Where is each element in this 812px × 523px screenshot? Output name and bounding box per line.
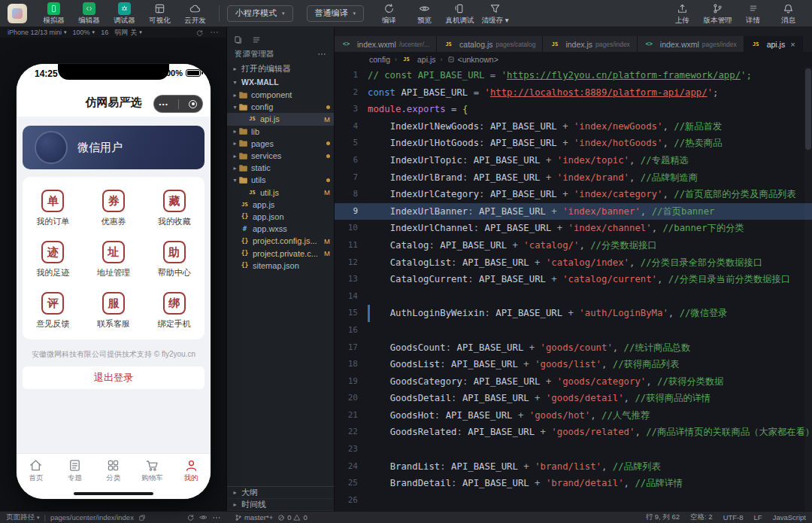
editor-tab-api.js[interactable]: JSapi.js× <box>744 36 803 52</box>
code-line-14[interactable]: 14 <box>335 288 812 306</box>
wechat-capsule[interactable]: ••• <box>153 95 203 113</box>
tree-item-app.js[interactable]: JSapp.js <box>227 199 334 211</box>
details-button[interactable]: 详情 <box>737 2 769 26</box>
tree-item-project.private.c...[interactable]: {}project.private.c...M <box>227 247 334 259</box>
code-line-12[interactable]: 12 CatalogList: API_BASE_URL + 'catalog/… <box>335 254 812 272</box>
tree-item-lib[interactable]: ▸lib <box>227 126 334 138</box>
code-line-5[interactable]: 5 IndexUrlHotGoods: API_BASE_URL + 'inde… <box>335 135 812 152</box>
menu-item-我的订单[interactable]: 单我的订单 <box>23 183 83 234</box>
encoding-setting[interactable]: UTF-8 <box>723 513 744 521</box>
cloud-dev-button[interactable]: 云开发 <box>179 2 211 26</box>
zoom-selector[interactable]: 100% ▾ <box>73 29 95 36</box>
phone-tab-mine[interactable]: 我的 <box>171 454 211 488</box>
code-line-15[interactable]: 15 AuthLoginByWeixin: API_BASE_URL + 'au… <box>335 305 812 322</box>
tree-item-sitemap.json[interactable]: {}sitemap.json <box>227 260 334 272</box>
code-editor[interactable]: 1// const API_BASE_URL = 'https://fly2yo… <box>335 67 812 511</box>
visualization-button[interactable]: 可视化 <box>144 2 176 26</box>
debugger-button[interactable]: 调试器 <box>108 2 141 26</box>
editor-tab-index.wxml[interactable]: <>index.wxmlpages/index <box>638 36 744 52</box>
menu-item-我的足迹[interactable]: 迹我的足迹 <box>23 234 83 285</box>
problems-indicator[interactable]: 0 0 <box>277 513 308 521</box>
editor-tab-catalog.js[interactable]: JScatalog.jspages/catalog <box>437 36 543 52</box>
editor-tab-index.wxml[interactable]: <>index.wxml/ucenter/... <box>335 36 437 52</box>
code-line-2[interactable]: 2const API_BASE_URL = 'http://localhost:… <box>335 84 812 102</box>
clear-cache-button[interactable]: 清缓存 ▾ <box>479 2 511 26</box>
editor-tab-index.js[interactable]: JSindex.jspages/index <box>543 36 637 52</box>
code-line-4[interactable]: 4 IndexUrlNewGoods: API_BASE_URL + 'inde… <box>335 118 812 135</box>
breadcrumb-item[interactable]: JSapi.js <box>401 55 436 65</box>
code-line-17[interactable]: 17 GoodsCount: API_BASE_URL + 'goods/cou… <box>335 339 812 357</box>
real-device-debug-button[interactable]: 真机调试 <box>444 2 476 26</box>
more-actions-icon[interactable] <box>317 50 326 59</box>
phone-tab-category[interactable]: 分类 <box>94 454 133 488</box>
tree-item-component[interactable]: ▸component <box>227 89 334 101</box>
version-manage-button[interactable]: 版本管理 <box>701 2 734 26</box>
code-line-6[interactable]: 6 IndexUrlTopic: API_BASE_URL + 'index/t… <box>335 152 812 169</box>
project-root[interactable]: ▾ WX-MALL <box>227 75 334 89</box>
code-line-16[interactable]: 16 <box>335 322 812 339</box>
code-line-10[interactable]: 10 IndexUrlChannel: API_BASE_URL + 'inde… <box>335 220 812 237</box>
more-menu-icon[interactable]: ••• <box>159 101 169 108</box>
tree-item-util.js[interactable]: JSutil.jsM <box>227 187 334 199</box>
code-line-22[interactable]: 22 GoodsRelated: API_BASE_URL + 'goods/r… <box>335 424 812 441</box>
preview-button[interactable]: 预览 <box>408 2 441 26</box>
menu-item-绑定手机[interactable]: 绑绑定手机 <box>144 285 205 336</box>
more-icon[interactable] <box>210 28 219 37</box>
code-line-23[interactable]: 23 <box>335 441 812 458</box>
more-icon[interactable] <box>212 513 221 522</box>
menu-item-我的收藏[interactable]: 藏我的收藏 <box>144 183 205 234</box>
code-line-13[interactable]: 13 CatalogCurrent: API_BASE_URL + 'catal… <box>335 271 812 288</box>
menu-item-意见反馈[interactable]: 评意见反馈 <box>23 285 83 336</box>
breadcrumb-item[interactable]: config <box>369 55 390 64</box>
user-profile-card[interactable]: 微信用户 <box>23 126 205 169</box>
menu-item-帮助中心[interactable]: 助帮助中心 <box>144 234 205 285</box>
code-line-21[interactable]: 21 GoodsHot: API_BASE_URL + 'goods/hot',… <box>335 407 812 424</box>
device-selector[interactable]: iPhone 12/13 mini ▾ <box>8 29 67 36</box>
git-branch-indicator[interactable]: master*+ <box>235 513 273 521</box>
phone-tab-cart[interactable]: 购物车 <box>133 454 172 488</box>
weak-network-toggle[interactable]: 弱网 关 ▾ <box>114 28 142 38</box>
open-external-icon[interactable] <box>138 514 146 521</box>
compile-mode-dropdown[interactable]: 普通编译 ▾ <box>307 5 365 22</box>
indent-setting[interactable]: 空格: 2 <box>690 512 713 522</box>
code-line-8[interactable]: 8 IndexUrlCategory: API_BASE_URL + 'inde… <box>335 186 812 203</box>
code-line-19[interactable]: 19 GoodsCategory: API_BASE_URL + 'goods/… <box>335 373 812 391</box>
fontsize-selector[interactable]: 16 <box>101 29 108 36</box>
code-line-18[interactable]: 18 GoodsList: API_BASE_URL + 'goods/list… <box>335 356 812 373</box>
scrollbar-thumb[interactable] <box>805 68 811 150</box>
refresh-icon[interactable] <box>186 513 195 521</box>
code-line-24[interactable]: 24 BrandList: API_BASE_URL + 'brand/list… <box>335 458 812 476</box>
tree-item-app.json[interactable]: {}app.json <box>227 211 334 223</box>
eol-setting[interactable]: LF <box>754 513 762 521</box>
tree-item-static[interactable]: ▸static <box>227 162 334 174</box>
code-line-9[interactable]: 9 IndexUrlBanner: API_BASE_URL + 'index/… <box>335 203 812 220</box>
tree-item-utils[interactable]: ▾utils <box>227 174 334 186</box>
mode-dropdown[interactable]: 小程序模式 ▾ <box>227 5 293 22</box>
code-line-7[interactable]: 7 IndexUrlBrand: API_BASE_URL + 'index/b… <box>335 169 812 187</box>
code-line-20[interactable]: 20 GoodsDetail: API_BASE_URL + 'goods/de… <box>335 390 812 407</box>
close-icon[interactable]: × <box>790 40 795 49</box>
cursor-position[interactable]: 行 9, 列 62 <box>646 512 680 522</box>
eye-icon[interactable] <box>199 513 208 521</box>
compile-button[interactable]: 编译 <box>373 2 405 26</box>
code-line-1[interactable]: 1// const API_BASE_URL = 'https://fly2yo… <box>335 67 812 84</box>
upload-button[interactable]: 上传 <box>666 2 698 26</box>
menu-item-联系客服[interactable]: 服联系客服 <box>83 285 144 336</box>
language-mode[interactable]: JavaScript <box>773 513 806 521</box>
tree-item-config[interactable]: ▾config <box>227 101 334 113</box>
simulator-button[interactable]: 模拟器 <box>38 2 70 26</box>
phone-tab-home[interactable]: 首页 <box>17 454 56 488</box>
logout-button[interactable]: 退出登录 <box>23 366 205 389</box>
breadcrumb-item[interactable]: <unknown> <box>447 55 498 64</box>
tree-item-app.wxss[interactable]: #app.wxss <box>227 223 334 235</box>
code-line-26[interactable]: 26 <box>335 492 812 509</box>
rotate-icon[interactable] <box>195 29 204 37</box>
tree-item-pages[interactable]: ▸pages <box>227 138 334 150</box>
messages-button[interactable]: 消息 <box>772 2 804 26</box>
phone-tab-topic[interactable]: 专题 <box>56 454 95 488</box>
code-line-3[interactable]: 3module.exports = { <box>335 101 812 118</box>
page-path-selector[interactable]: 页面路径 ▾ <box>6 512 40 522</box>
close-minimize-icon[interactable] <box>189 100 197 108</box>
section-时间线[interactable]: ▸时间线 <box>227 499 334 511</box>
vertical-scrollbar[interactable] <box>804 67 812 511</box>
